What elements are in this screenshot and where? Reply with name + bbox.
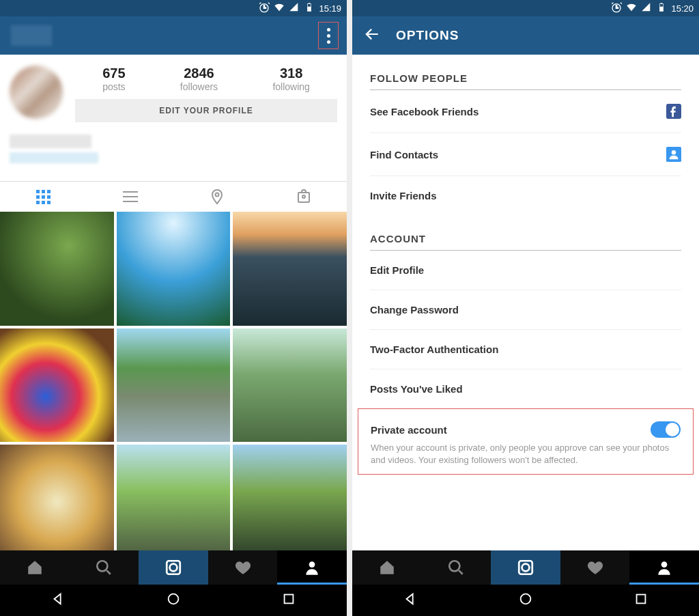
facebook-friends-label: See Facebook Friends [370, 106, 479, 117]
svg-point-8 [170, 564, 177, 572]
places-tab[interactable] [207, 186, 227, 207]
bottom-nav [0, 550, 347, 585]
camera-icon [165, 559, 182, 576]
photo-thumb[interactable] [0, 445, 114, 550]
photo-thumb[interactable] [233, 328, 347, 443]
find-contacts-row[interactable]: Find Contacts [370, 133, 681, 176]
bio-blur [10, 152, 98, 163]
search-icon [95, 559, 113, 576]
back-softkey[interactable] [403, 591, 418, 609]
svg-rect-13 [660, 6, 664, 11]
svg-rect-11 [285, 595, 294, 604]
see-facebook-friends-row[interactable]: See Facebook Friends [370, 90, 681, 133]
recent-softkey[interactable] [633, 591, 648, 609]
svg-rect-14 [661, 3, 663, 3]
alarm-icon [259, 2, 270, 15]
home-softkey[interactable] [518, 591, 533, 609]
private-account-block: Private account When your account is pri… [358, 408, 694, 475]
view-tabs [0, 182, 347, 212]
battery-icon [304, 2, 315, 15]
back-arrow-icon [363, 25, 381, 43]
pin-icon [209, 188, 225, 205]
svg-rect-7 [167, 561, 180, 574]
posts-stat[interactable]: 675 posts [102, 66, 125, 92]
back-button[interactable] [363, 25, 381, 46]
home-tab[interactable] [0, 550, 70, 585]
edit-profile-label: Edit Profile [370, 264, 424, 276]
posts-liked-label: Posts You've Liked [370, 383, 463, 395]
camera-tab[interactable] [139, 550, 208, 585]
followers-label: followers [180, 81, 218, 92]
tagged-icon [296, 188, 312, 205]
following-count: 318 [272, 66, 309, 81]
two-factor-label: Two-Factor Authentication [370, 344, 498, 355]
photo-thumb[interactable] [117, 212, 231, 326]
find-contacts-label: Find Contacts [370, 149, 438, 160]
edit-profile-button[interactable]: EDIT YOUR PROFILE [75, 99, 337, 122]
overflow-menu-button[interactable] [318, 22, 339, 49]
home-softkey[interactable] [166, 591, 181, 609]
tagged-tab[interactable] [294, 186, 314, 207]
photo-thumb[interactable] [0, 212, 114, 326]
search-tab[interactable] [70, 550, 139, 585]
invite-friends-row[interactable]: Invite Friends [370, 176, 681, 215]
svg-point-3 [215, 193, 218, 197]
private-account-label: Private account [371, 424, 447, 436]
photo-thumb[interactable] [0, 328, 114, 443]
activity-tab[interactable] [560, 550, 630, 585]
svg-point-21 [661, 561, 668, 568]
posts-liked-row[interactable]: Posts You've Liked [370, 369, 681, 408]
home-tab[interactable] [352, 550, 422, 585]
options-list: FOLLOW PEOPLE See Facebook Friends Find … [352, 55, 699, 550]
username-blur [10, 135, 91, 148]
recent-softkey[interactable] [281, 591, 296, 609]
photo-thumb[interactable] [117, 328, 231, 443]
following-stat[interactable]: 318 following [272, 66, 309, 92]
followers-stat[interactable]: 2846 followers [180, 66, 218, 92]
svg-rect-1 [308, 6, 311, 11]
posts-count: 675 [102, 66, 125, 81]
following-label: following [272, 81, 309, 92]
svg-point-18 [450, 561, 460, 571]
list-view-tab[interactable] [120, 186, 141, 207]
wifi-icon [626, 2, 637, 15]
status-bar: 15:20 [352, 0, 699, 16]
avatar[interactable] [10, 66, 63, 119]
two-factor-row[interactable]: Two-Factor Authentication [370, 330, 681, 369]
home-icon [378, 559, 396, 576]
phone-left: 15:19 675 posts 2846 followers [0, 0, 347, 616]
profile-tab[interactable] [629, 550, 699, 585]
search-tab[interactable] [422, 550, 491, 585]
section-header-account: ACCOUNT [370, 215, 681, 251]
invite-friends-label: Invite Friends [370, 190, 437, 201]
android-nav-bar [352, 585, 699, 616]
phone-right: 15:20 OPTIONS FOLLOW PEOPLE See Facebook… [352, 0, 699, 616]
svg-point-20 [522, 564, 530, 572]
status-time: 15:19 [319, 3, 341, 14]
change-password-row[interactable]: Change Password [370, 290, 681, 330]
camera-tab[interactable] [491, 550, 560, 585]
grid-view-tab[interactable] [33, 186, 54, 207]
profile-tab[interactable] [277, 550, 347, 585]
username-header-blur [11, 25, 52, 46]
section-header-follow: FOLLOW PEOPLE [370, 55, 681, 90]
search-icon [447, 559, 465, 576]
options-title: OPTIONS [396, 28, 459, 43]
photo-thumb[interactable] [117, 445, 231, 550]
heart-icon [234, 559, 252, 576]
posts-label: posts [102, 81, 125, 92]
back-softkey[interactable] [51, 591, 66, 609]
signal-icon [289, 2, 300, 15]
app-header [0, 16, 347, 55]
private-account-toggle[interactable] [651, 421, 681, 438]
status-bar: 15:19 [0, 0, 347, 16]
profile-icon [655, 559, 673, 576]
photo-thumb[interactable] [233, 212, 347, 326]
status-time: 15:20 [671, 3, 694, 14]
change-password-label: Change Password [370, 304, 459, 316]
activity-tab[interactable] [208, 550, 278, 585]
photo-thumb[interactable] [233, 445, 347, 550]
private-account-description: When your account is private, only peopl… [371, 442, 681, 466]
edit-profile-row[interactable]: Edit Profile [370, 251, 681, 290]
svg-rect-2 [309, 3, 311, 3]
